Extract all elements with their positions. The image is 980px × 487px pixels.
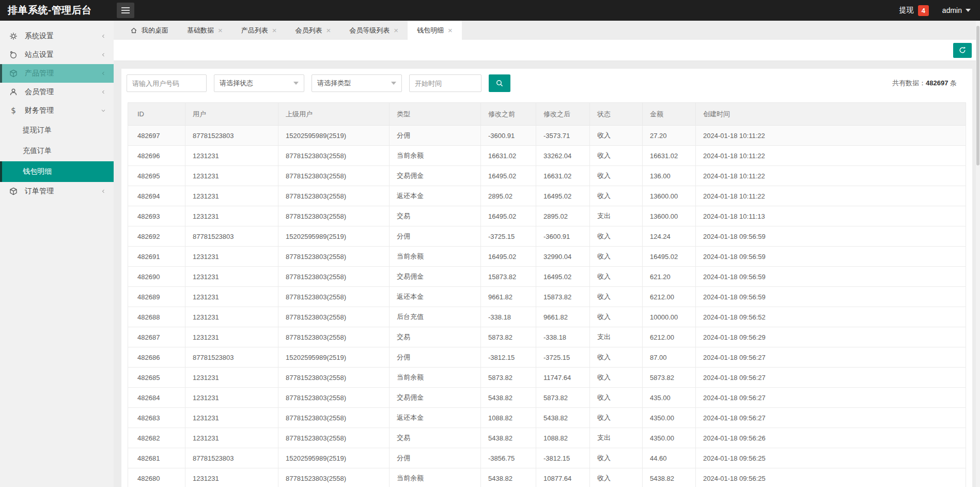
- tab-产品列表[interactable]: 产品列表×: [232, 21, 286, 40]
- tab-会员列表[interactable]: 会员列表×: [286, 21, 340, 40]
- table-cell: 87781523803(2558): [278, 146, 390, 166]
- username: admin: [942, 6, 962, 14]
- table-cell: 87781523803(2558): [278, 287, 390, 307]
- site-icon: [9, 51, 18, 59]
- table-row: 482682123123187781523803(2558)交易5438.821…: [128, 428, 966, 448]
- table-cell: 收入: [590, 388, 643, 408]
- table-cell: 482696: [128, 146, 185, 166]
- table-row: 482696123123187781523803(2558)当前余额16631.…: [128, 146, 966, 166]
- refresh-button[interactable]: [953, 43, 972, 58]
- search-button[interactable]: [489, 74, 510, 92]
- sidebar-item-recharge-orders[interactable]: 充值订单: [0, 141, 114, 161]
- tab-我的桌面[interactable]: 我的桌面: [121, 21, 178, 40]
- column-header: 上级用户: [278, 103, 390, 126]
- table-cell: 5438.82: [536, 408, 590, 428]
- tab-钱包明细[interactable]: 钱包明细×: [408, 21, 462, 40]
- table-cell: 收入: [590, 267, 643, 287]
- table-cell: 1231231: [185, 368, 278, 388]
- tab-label: 会员等级列表: [349, 26, 390, 35]
- table-cell: 2024-01-18 10:11:22: [696, 166, 966, 186]
- sidebar-item-product-management[interactable]: 产品管理: [0, 64, 114, 83]
- table-cell: 16631.02: [481, 146, 536, 166]
- sidebar-item-wallet-details[interactable]: 钱包明细: [0, 161, 114, 182]
- start-time-input[interactable]: [409, 74, 481, 92]
- table-cell: 2024-01-18 09:56:27: [696, 368, 966, 388]
- table-cell: 4350.00: [643, 428, 696, 448]
- table-cell: 482688: [128, 307, 185, 327]
- table-cell: -3600.91: [536, 226, 590, 247]
- table-cell: -338.18: [481, 307, 536, 327]
- column-header: 创建时间: [696, 103, 966, 126]
- table-row: 482695123123187781523803(2558)交易佣金16495.…: [128, 166, 966, 186]
- table-row: 482693123123187781523803(2558)交易16495.02…: [128, 206, 966, 226]
- table-cell: 482682: [128, 428, 185, 448]
- sidebar-item-site-settings[interactable]: 站点设置: [0, 45, 114, 64]
- table-cell: 收入: [590, 307, 643, 327]
- sidebar: 系统设置 站点设置 产品管理: [0, 21, 114, 487]
- table-row: 482688123123187781523803(2558)后台充值-338.1…: [128, 307, 966, 327]
- table-cell: 482680: [128, 468, 185, 487]
- scrollbar-thumb[interactable]: [976, 26, 979, 165]
- table-cell: 收入: [590, 347, 643, 368]
- table-cell: 5873.82: [481, 327, 536, 347]
- column-header: 用户: [185, 103, 278, 126]
- withdraw-label: 提现: [899, 6, 914, 15]
- table-cell: 482692: [128, 226, 185, 247]
- table-cell: 6212.00: [643, 327, 696, 347]
- table-cell: 2024-01-18 10:11:22: [696, 186, 966, 206]
- close-icon[interactable]: ×: [218, 26, 223, 34]
- table-cell: 支出: [590, 206, 643, 226]
- app-title: 排单系统-管理后台: [0, 4, 114, 17]
- sidebar-item-member-management[interactable]: 会员管理: [0, 83, 114, 101]
- table-cell: 交易: [390, 327, 481, 347]
- table-row: 4826868778152380315202595989(2519)分佣-381…: [128, 347, 966, 368]
- table-cell: 交易: [390, 206, 481, 226]
- table-cell: 交易: [390, 428, 481, 448]
- table-cell: 1231231: [185, 247, 278, 267]
- table-cell: 当前余额: [390, 247, 481, 267]
- sidebar-item-withdraw-orders[interactable]: 提现订单: [0, 120, 114, 141]
- table-row: 4826818778152380315202595989(2519)分佣-385…: [128, 448, 966, 468]
- card-toolbar: [114, 40, 980, 61]
- sidebar-subitem-label: 提现订单: [23, 126, 52, 135]
- table-cell: 482690: [128, 267, 185, 287]
- sidebar-item-order-management[interactable]: 订单管理: [0, 182, 114, 201]
- table-cell: 87781523803(2558): [278, 307, 390, 327]
- table-cell: 482691: [128, 247, 185, 267]
- status-select[interactable]: 请选择状态: [214, 74, 304, 92]
- person-icon: [9, 88, 18, 96]
- close-icon[interactable]: ×: [326, 26, 331, 34]
- table-cell: 87781523803: [185, 126, 278, 146]
- table-cell: 2895.02: [481, 186, 536, 206]
- close-icon[interactable]: ×: [272, 26, 277, 34]
- table-cell: 16495.02: [481, 166, 536, 186]
- tab-会员等级列表[interactable]: 会员等级列表×: [340, 21, 408, 40]
- sidebar-item-system-settings[interactable]: 系统设置: [0, 27, 114, 45]
- user-number-input[interactable]: [127, 74, 207, 92]
- close-icon[interactable]: ×: [448, 26, 453, 34]
- user-menu[interactable]: admin: [942, 6, 971, 14]
- withdraw-badge: 4: [918, 5, 929, 16]
- sidebar-item-finance-management[interactable]: $ 财务管理: [0, 101, 114, 120]
- table-cell: 2024-01-18 10:11:22: [696, 126, 966, 146]
- table-cell: 2024-01-18 09:56:59: [696, 226, 966, 247]
- table-cell: 分佣: [390, 126, 481, 146]
- table-cell: 4350.00: [643, 408, 696, 428]
- table-cell: 482697: [128, 126, 185, 146]
- tab-基础数据[interactable]: 基础数据×: [178, 21, 232, 40]
- withdraw-shortcut[interactable]: 提现 4: [899, 5, 929, 16]
- table-cell: 33262.04: [536, 146, 590, 166]
- home-icon: [130, 27, 137, 34]
- table-cell: 2024-01-18 09:56:59: [696, 247, 966, 267]
- page-scrollbar[interactable]: [976, 21, 980, 487]
- close-icon[interactable]: ×: [394, 26, 398, 34]
- table-cell: 2024-01-18 09:56:25: [696, 448, 966, 468]
- table-cell: 1231231: [185, 428, 278, 448]
- table-cell: 13600.00: [643, 186, 696, 206]
- box-icon: [9, 69, 18, 78]
- hamburger-menu-icon[interactable]: [117, 3, 134, 18]
- table-cell: 9661.82: [536, 307, 590, 327]
- sidebar-item-label: 会员管理: [25, 87, 100, 97]
- table-cell: 87781523803(2558): [278, 368, 390, 388]
- type-select[interactable]: 请选择类型: [312, 74, 402, 92]
